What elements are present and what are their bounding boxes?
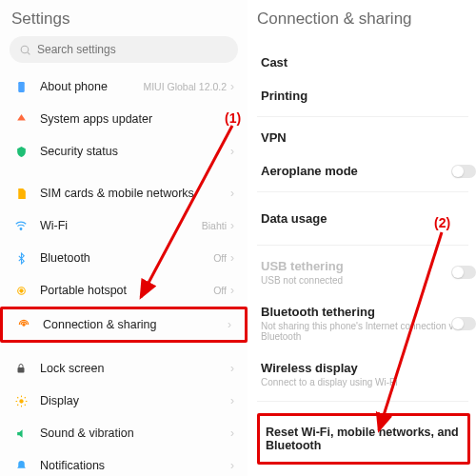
settings-item-connection-sharing[interactable]: Connection & sharing › — [0, 307, 248, 343]
chevron-right-icon: › — [228, 318, 231, 331]
divider — [257, 116, 468, 117]
sun-icon — [11, 395, 30, 407]
row-bluetooth-tethering[interactable]: Bluetooth tethering Not sharing this pho… — [257, 295, 476, 351]
divider — [257, 191, 468, 192]
settings-item-display[interactable]: Display › — [0, 385, 248, 417]
svg-line-16 — [24, 397, 25, 398]
settings-item-value: MIUI Global 12.0.2 — [143, 81, 227, 92]
connection-sharing-panel: Connection & sharing Cast Printing VPN A… — [248, 0, 476, 476]
row-wireless-display[interactable]: Wireless display Connect to a display us… — [257, 351, 476, 397]
chevron-right-icon: › — [230, 251, 234, 265]
row-label: Cast — [261, 55, 468, 69]
settings-item-label: Bluetooth — [30, 251, 213, 265]
settings-item-label: Display — [30, 394, 230, 407]
lock-icon — [11, 363, 30, 374]
sim-icon — [11, 188, 30, 200]
settings-item-bluetooth[interactable]: Bluetooth Off › — [0, 242, 248, 274]
settings-item-sim[interactable]: SIM cards & mobile networks › — [0, 177, 248, 209]
chevron-right-icon: › — [230, 187, 234, 200]
row-label: USB tethering — [261, 259, 468, 273]
row-label: Reset Wi-Fi, mobile networks, and Blueto… — [266, 426, 462, 452]
search-input[interactable] — [37, 43, 228, 56]
chevron-right-icon: › — [230, 394, 234, 407]
svg-line-15 — [17, 404, 18, 405]
settings-item-value: Off — [213, 285, 227, 296]
svg-point-4 — [19, 288, 22, 291]
chevron-right-icon: › — [230, 219, 234, 232]
speaker-icon — [11, 427, 30, 440]
settings-item-wifi[interactable]: Wi-Fi Biahti › — [0, 209, 248, 242]
settings-item-security[interactable]: Security status › — [0, 135, 248, 168]
row-sublabel: Not sharing this phone's Internet connec… — [261, 321, 468, 342]
update-icon — [11, 113, 30, 126]
settings-item-label: About phone — [30, 80, 143, 93]
svg-line-14 — [24, 404, 25, 405]
settings-item-label: Portable hotspot — [30, 284, 213, 297]
chevron-right-icon: › — [230, 112, 234, 126]
search-field[interactable] — [10, 36, 238, 63]
svg-line-13 — [17, 397, 18, 398]
row-label: Bluetooth tethering — [261, 305, 468, 319]
chevron-right-icon: › — [230, 284, 234, 297]
row-data-usage[interactable]: Data usage — [257, 196, 476, 241]
chevron-right-icon: › — [230, 145, 234, 158]
row-sublabel: Connect to a display using Wi-Fi — [261, 377, 468, 387]
chevron-right-icon: › — [230, 459, 234, 472]
settings-item-sound[interactable]: Sound & vibration › — [0, 417, 248, 449]
settings-item-about[interactable]: About phone MIUI Global 12.0.2 › — [0, 70, 248, 103]
share-icon — [14, 318, 33, 331]
row-label: Data usage — [261, 211, 468, 226]
settings-item-notifications[interactable]: Notifications › — [0, 449, 248, 476]
settings-item-label: Security status — [30, 145, 230, 158]
settings-item-label: System apps updater — [30, 112, 230, 126]
svg-point-0 — [21, 46, 29, 53]
row-label: VPN — [261, 130, 468, 145]
row-cast[interactable]: Cast — [257, 46, 476, 79]
divider — [257, 401, 468, 402]
usb-toggle — [451, 266, 476, 279]
svg-line-1 — [28, 52, 30, 54]
hotspot-icon — [11, 285, 30, 297]
page-title: Settings — [0, 6, 248, 36]
settings-item-label: Wi-Fi — [30, 219, 202, 232]
phone-icon — [11, 81, 30, 93]
bell-icon — [11, 460, 30, 472]
settings-item-label: Lock screen — [30, 362, 230, 375]
settings-item-value: Off — [213, 252, 227, 264]
chevron-right-icon: › — [230, 80, 234, 93]
wifi-icon — [11, 219, 30, 232]
row-usb-tethering: USB tethering USB not connected — [257, 249, 476, 295]
settings-item-label: Notifications — [30, 459, 230, 472]
section-title: Connection & sharing — [257, 6, 476, 46]
aeroplane-toggle[interactable] — [451, 165, 476, 178]
settings-item-lockscreen[interactable]: Lock screen › — [0, 352, 248, 385]
row-sublabel: USB not connected — [261, 275, 468, 286]
settings-item-label: Sound & vibration — [30, 426, 230, 440]
svg-point-6 — [23, 324, 25, 326]
row-label: Printing — [261, 89, 468, 103]
svg-rect-7 — [18, 367, 25, 373]
svg-rect-2 — [18, 82, 25, 92]
settings-item-updater[interactable]: System apps updater › — [0, 103, 248, 135]
chevron-right-icon: › — [230, 426, 234, 440]
chevron-right-icon: › — [230, 362, 234, 375]
row-label: Wireless display — [261, 361, 468, 375]
settings-item-label: SIM cards & mobile networks — [30, 187, 230, 200]
settings-item-label: Connection & sharing — [33, 318, 228, 331]
row-reset-network[interactable]: Reset Wi-Fi, mobile networks, and Blueto… — [257, 413, 470, 465]
settings-item-value: Biahti — [202, 220, 227, 231]
bluetooth-icon — [11, 252, 30, 265]
row-vpn[interactable]: VPN — [257, 121, 476, 154]
shield-icon — [11, 146, 30, 158]
settings-item-hotspot[interactable]: Portable hotspot Off › — [0, 274, 248, 307]
settings-panel: Settings About phone MIUI Global 12.0.2 … — [0, 0, 248, 476]
row-printing[interactable]: Printing — [257, 79, 476, 112]
search-icon — [19, 44, 31, 56]
divider — [257, 245, 468, 246]
svg-point-8 — [19, 399, 23, 403]
bt-tether-toggle[interactable] — [451, 317, 476, 330]
row-label: Aeroplane mode — [261, 164, 468, 178]
row-aeroplane[interactable]: Aeroplane mode — [257, 154, 476, 188]
svg-point-3 — [20, 228, 22, 230]
